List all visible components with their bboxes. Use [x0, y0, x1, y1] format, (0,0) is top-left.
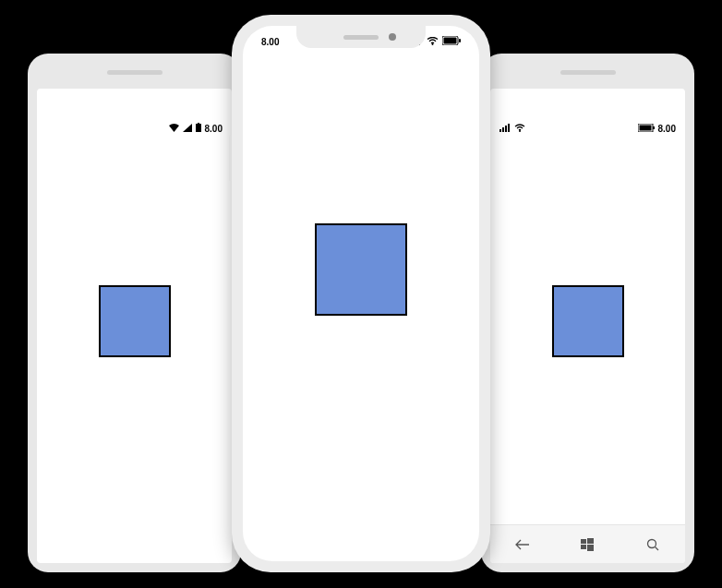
back-button[interactable]	[504, 525, 541, 563]
android-status-bar: 8.00	[37, 120, 232, 137]
ios-screen: 8.00	[243, 26, 479, 561]
svg-rect-0	[196, 124, 201, 132]
svg-rect-4	[505, 126, 507, 132]
svg-rect-9	[653, 126, 655, 129]
windows-phone-frame: 8.00	[481, 54, 694, 572]
windows-home-button[interactable]	[569, 525, 606, 563]
svg-rect-23	[459, 39, 461, 42]
cellular-signal-icon	[499, 124, 511, 134]
svg-rect-13	[587, 545, 594, 551]
cellular-signal-icon	[183, 124, 192, 134]
ios-phone-frame: 8.00	[232, 15, 490, 572]
wifi-icon	[169, 124, 179, 134]
svg-rect-5	[508, 124, 510, 132]
svg-rect-12	[581, 545, 586, 549]
svg-rect-10	[581, 539, 586, 544]
earpiece-speaker	[560, 70, 616, 75]
side-button	[229, 135, 232, 181]
svg-rect-1	[198, 123, 199, 124]
svg-rect-22	[444, 38, 457, 44]
windows-screen: 8.00	[490, 89, 685, 563]
status-left-group	[499, 124, 525, 134]
battery-icon	[196, 123, 201, 134]
wifi-icon	[514, 124, 525, 134]
windows-nav-bar	[490, 524, 685, 563]
svg-rect-8	[639, 125, 651, 130]
status-right-group: 8.00	[638, 124, 676, 134]
earpiece-speaker	[107, 70, 162, 75]
blue-square-shape	[315, 223, 407, 316]
battery-icon	[442, 36, 461, 47]
windows-status-bar: 8.00	[490, 120, 685, 137]
svg-rect-11	[587, 538, 594, 544]
blue-square-shape	[99, 285, 171, 357]
svg-line-15	[655, 546, 658, 550]
status-time: 8.00	[261, 37, 279, 47]
iphone-notch	[296, 26, 426, 48]
status-time: 8.00	[658, 124, 676, 134]
android-screen: 8.00	[37, 89, 232, 563]
svg-point-14	[647, 539, 656, 547]
notch-camera	[389, 33, 396, 41]
battery-icon	[638, 124, 655, 134]
svg-rect-2	[499, 129, 501, 132]
status-time: 8.00	[205, 124, 223, 134]
svg-point-20	[432, 43, 434, 45]
svg-point-6	[519, 130, 521, 132]
svg-rect-3	[502, 127, 504, 132]
wifi-icon	[427, 37, 439, 47]
notch-speaker	[343, 35, 379, 40]
blue-square-shape	[552, 285, 624, 357]
android-phone-frame: 8.00	[28, 54, 241, 572]
search-button[interactable]	[634, 525, 671, 563]
